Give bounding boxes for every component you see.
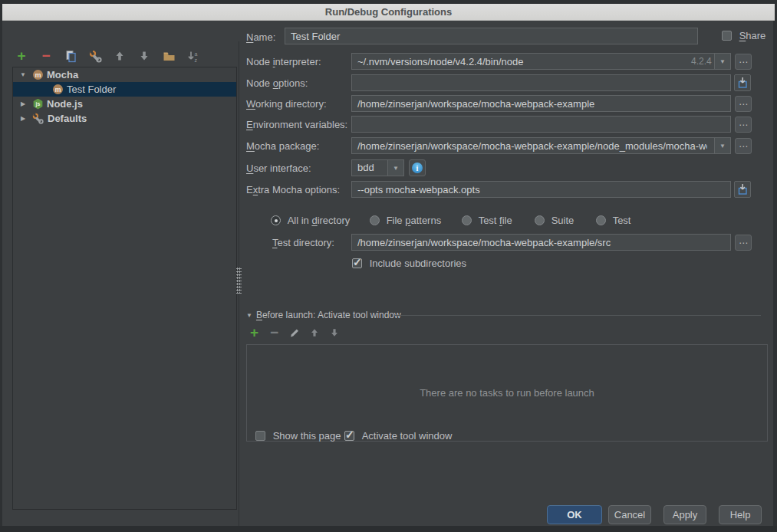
- arrow-up-icon: [114, 50, 126, 62]
- node-version-hint: 4.2.4: [691, 56, 712, 67]
- checkbox-icon: [722, 31, 732, 41]
- share-checkbox[interactable]: Share: [722, 30, 765, 41]
- add-configuration-button[interactable]: +: [13, 48, 30, 64]
- name-input[interactable]: [285, 28, 698, 44]
- test-directory-input[interactable]: [351, 234, 731, 251]
- tree-item-nodejs[interactable]: ▶ js Node.js: [13, 97, 236, 111]
- ok-button[interactable]: OK: [547, 505, 602, 524]
- remove-configuration-button[interactable]: −: [38, 48, 54, 64]
- tree-item-defaults[interactable]: ▶ Defaults: [13, 111, 236, 126]
- create-folder-button[interactable]: [160, 48, 177, 64]
- chevron-down-icon: ▼: [719, 143, 726, 149]
- move-task-down-button[interactable]: [328, 326, 341, 340]
- activate-tool-window-checkbox[interactable]: Activate tool window: [344, 430, 452, 442]
- move-up-button[interactable]: [111, 48, 128, 64]
- help-button[interactable]: Help: [719, 505, 762, 524]
- radio-icon: [271, 215, 281, 225]
- mocha-package-browse-button[interactable]: ⋯: [735, 138, 752, 154]
- move-task-up-button[interactable]: [308, 326, 321, 340]
- edit-defaults-button[interactable]: [87, 48, 104, 64]
- tree-item-test-folder[interactable]: m Test Folder: [13, 82, 236, 97]
- configurations-toolbar: + −: [13, 46, 237, 66]
- show-this-page-checkbox[interactable]: Show this page: [255, 430, 341, 442]
- nodejs-icon: js: [33, 99, 43, 110]
- ellipsis-icon: ⋯: [739, 120, 748, 130]
- checkbox-checked-icon: [344, 431, 354, 441]
- name-label: Name:: [246, 31, 275, 43]
- chevron-right-icon[interactable]: ▶: [19, 115, 27, 122]
- apply-button[interactable]: Apply: [663, 505, 706, 524]
- minus-icon: −: [41, 50, 50, 62]
- radio-suite[interactable]: Suite: [535, 215, 574, 226]
- user-interface-select[interactable]: bdd: [351, 159, 388, 176]
- radio-icon: [535, 215, 545, 225]
- before-launch-tasks-list[interactable]: There are no tasks to run before launch: [246, 344, 768, 442]
- edit-task-button[interactable]: [288, 326, 301, 340]
- test-directory-browse-button[interactable]: ⋯: [735, 235, 752, 251]
- mocha-package-input[interactable]: [351, 137, 731, 154]
- arrow-down-icon: [329, 327, 340, 338]
- wrench-icon: [32, 113, 44, 124]
- tree-item-label: Mocha: [47, 69, 78, 80]
- arrow-down-icon: [138, 50, 150, 62]
- working-directory-input[interactable]: [351, 95, 731, 112]
- chevron-down-icon: ▼: [393, 165, 399, 172]
- minus-icon: −: [270, 327, 278, 339]
- add-task-button[interactable]: +: [248, 326, 261, 340]
- radio-test[interactable]: Test: [596, 215, 630, 226]
- ellipsis-icon: ⋯: [739, 57, 748, 67]
- empty-tasks-message: There are no tasks to run before launch: [420, 387, 594, 399]
- copy-configuration-button[interactable]: [62, 48, 79, 64]
- radio-icon: [370, 215, 380, 225]
- user-interface-info-button[interactable]: i: [409, 159, 426, 176]
- working-directory-browse-button[interactable]: ⋯: [735, 96, 752, 112]
- separator-line: [395, 315, 761, 316]
- node-options-label: Node options:: [246, 77, 308, 89]
- user-interface-dropdown-button[interactable]: ▼: [387, 159, 404, 176]
- test-directory-label: Test directory:: [272, 237, 334, 248]
- configurations-tree: ▼ m Mocha m Test Folder ▶ js Node.js ▶: [12, 67, 237, 510]
- node-interpreter-dropdown-button[interactable]: ▼: [714, 53, 731, 70]
- chevron-down-icon: ▼: [246, 312, 252, 319]
- svg-text:z: z: [194, 57, 197, 62]
- cancel-button[interactable]: Cancel: [608, 505, 651, 524]
- node-interpreter-input[interactable]: [351, 53, 731, 70]
- dialog-title: Run/Debug Configurations: [325, 6, 452, 18]
- node-options-input[interactable]: [351, 74, 731, 91]
- move-down-button[interactable]: [136, 48, 153, 64]
- include-subdirectories-checkbox[interactable]: Include subdirectories: [352, 258, 466, 269]
- panel-splitter[interactable]: [239, 41, 239, 532]
- node-options-expand-button[interactable]: [734, 74, 751, 91]
- environment-variables-input[interactable]: [351, 116, 731, 133]
- mocha-icon: m: [53, 84, 63, 94]
- svg-text:a: a: [194, 51, 197, 56]
- environment-variables-browse-button[interactable]: ⋯: [735, 117, 752, 133]
- dialog-titlebar[interactable]: Run/Debug Configurations: [2, 4, 775, 21]
- chevron-right-icon[interactable]: ▶: [19, 100, 27, 107]
- extra-mocha-options-expand-button[interactable]: [734, 181, 751, 198]
- expand-field-icon: [736, 77, 749, 89]
- radio-all-in-directory[interactable]: All in directory: [271, 215, 350, 226]
- extra-mocha-options-input[interactable]: [351, 181, 731, 198]
- tree-item-label: Node.js: [47, 98, 83, 110]
- environment-variables-label: Environment variables:: [246, 119, 347, 130]
- radio-icon: [596, 215, 606, 225]
- radio-file-patterns[interactable]: File patterns: [370, 215, 441, 226]
- mocha-package-dropdown-button[interactable]: ▼: [714, 137, 731, 154]
- tree-item-mocha[interactable]: ▼ m Mocha: [13, 67, 236, 82]
- plus-icon: +: [250, 327, 258, 339]
- remove-task-button[interactable]: −: [268, 326, 281, 340]
- node-interpreter-browse-button[interactable]: ⋯: [735, 54, 752, 70]
- tree-item-label: Test Folder: [67, 84, 116, 95]
- ellipsis-icon: ⋯: [739, 99, 748, 110]
- sort-configurations-button[interactable]: a z: [185, 48, 202, 64]
- ellipsis-icon: ⋯: [739, 141, 748, 152]
- folder-icon: [163, 51, 176, 62]
- chevron-down-icon[interactable]: ▼: [19, 71, 27, 78]
- dialog-body: + −: [2, 21, 773, 526]
- before-launch-header[interactable]: ▼ Before launch: Activate tool window: [246, 310, 401, 320]
- before-launch-toolbar: + −: [248, 326, 341, 340]
- radio-test-file[interactable]: Test file: [462, 215, 512, 226]
- radio-icon: [462, 215, 472, 225]
- mocha-icon: m: [33, 70, 43, 80]
